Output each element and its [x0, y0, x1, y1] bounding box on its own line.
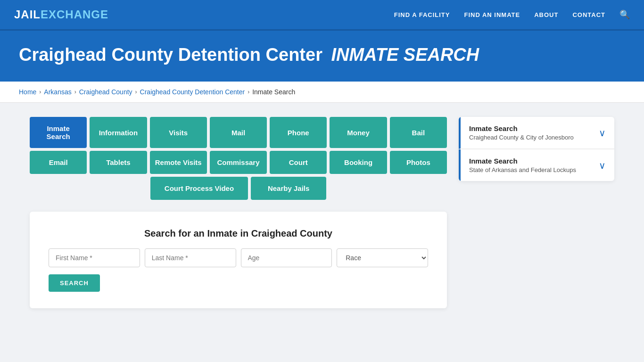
nav-link-about[interactable]: ABOUT	[534, 11, 558, 18]
last-name-input[interactable]	[145, 248, 236, 267]
breadcrumb-current: Inmate Search	[252, 88, 295, 96]
tab-tablets[interactable]: Tablets	[90, 151, 147, 174]
breadcrumb-sep: ›	[39, 89, 41, 95]
tabs-row-2: EmailTabletsRemote VisitsCommissaryCourt…	[30, 151, 447, 174]
breadcrumb: Home›Arkansas›Craighead County›Craighead…	[19, 88, 625, 96]
tab-commissary[interactable]: Commissary	[210, 151, 267, 174]
logo[interactable]: JAIL EXCHANGE	[14, 8, 108, 21]
nav-links: FIND A FACILITYFIND AN INMATEABOUTCONTAC…	[394, 9, 630, 20]
hero-title: Craighead County Detention Center	[19, 45, 322, 65]
tab-nearby-jails[interactable]: Nearby Jails	[251, 177, 326, 200]
sidebar-item-subtitle: Craighead County & City of Jonesboro	[469, 134, 574, 141]
search-form-row: RaceWhiteBlackHispanicAsianOther	[49, 248, 428, 267]
tab-photos[interactable]: Photos	[390, 151, 447, 174]
tab-visits[interactable]: Visits	[150, 117, 207, 148]
sidebar-item-title: Inmate Search	[469, 157, 576, 165]
tab-information[interactable]: Information	[90, 117, 147, 148]
search-card-title: Search for an Inmate in Craighead County	[49, 228, 428, 239]
sidebar-item-title: Inmate Search	[469, 124, 574, 132]
breadcrumb-sep: ›	[74, 89, 76, 95]
left-column: Inmate SearchInformationVisitsMailPhoneM…	[30, 117, 447, 308]
sidebar-card: Inmate SearchCraighead County & City of …	[459, 117, 614, 181]
age-input[interactable]	[241, 248, 332, 267]
breadcrumb-link[interactable]: Craighead County	[79, 88, 132, 96]
breadcrumb-sep: ›	[135, 89, 137, 95]
tab-bail[interactable]: Bail	[390, 117, 447, 148]
sidebar-item-inmate-search-craighead[interactable]: Inmate SearchCraighead County & City of …	[459, 117, 614, 149]
tab-remote-visits[interactable]: Remote Visits	[150, 151, 207, 174]
search-icon[interactable]: 🔍	[619, 9, 630, 20]
navbar: JAIL EXCHANGE FIND A FACILITYFIND AN INM…	[0, 0, 644, 31]
logo-exchange: EXCHANGE	[41, 8, 108, 21]
breadcrumb-sep: ›	[248, 89, 249, 95]
sidebar-item-subtitle: State of Arkansas and Federal Lockups	[469, 166, 576, 173]
search-button[interactable]: SEARCH	[49, 274, 100, 292]
tab-booking[interactable]: Booking	[330, 151, 387, 174]
tab-phone[interactable]: Phone	[270, 117, 327, 148]
tabs-row-3: Court Process VideoNearby Jails	[30, 177, 447, 200]
tab-court[interactable]: Court	[270, 151, 327, 174]
breadcrumb-link[interactable]: Home	[19, 88, 36, 96]
breadcrumb-link[interactable]: Craighead County Detention Center	[140, 88, 245, 96]
tab-email[interactable]: Email	[30, 151, 87, 174]
search-card: Search for an Inmate in Craighead County…	[30, 212, 447, 308]
nav-link-find-facility[interactable]: FIND A FACILITY	[394, 11, 450, 18]
hero-subtitle: INMATE SEARCH	[331, 45, 479, 65]
main-content: Inmate SearchInformationVisitsMailPhoneM…	[16, 103, 628, 322]
tab-money[interactable]: Money	[330, 117, 387, 148]
sidebar-item-text: Inmate SearchCraighead County & City of …	[469, 124, 574, 141]
breadcrumb-link[interactable]: Arkansas	[44, 88, 71, 96]
tab-inmate-search[interactable]: Inmate Search	[30, 117, 87, 148]
right-column: Inmate SearchCraighead County & City of …	[459, 117, 614, 184]
race-select[interactable]: RaceWhiteBlackHispanicAsianOther	[337, 248, 428, 267]
chevron-down-icon: ∨	[599, 127, 606, 139]
sidebar-item-inmate-search-arkansas[interactable]: Inmate SearchState of Arkansas and Feder…	[459, 149, 614, 181]
nav-link-find-inmate[interactable]: FIND AN INMATE	[464, 11, 520, 18]
tab-court-process-video[interactable]: Court Process Video	[150, 177, 248, 200]
first-name-input[interactable]	[49, 248, 140, 267]
hero-section: Craighead County Detention Center INMATE…	[0, 31, 644, 82]
tabs-row-1: Inmate SearchInformationVisitsMailPhoneM…	[30, 117, 447, 148]
sidebar-item-text: Inmate SearchState of Arkansas and Feder…	[469, 157, 576, 173]
tab-mail[interactable]: Mail	[210, 117, 267, 148]
breadcrumb-bar: Home›Arkansas›Craighead County›Craighead…	[0, 82, 644, 103]
chevron-down-icon: ∨	[599, 160, 606, 171]
nav-link-contact[interactable]: CONTACT	[572, 11, 605, 18]
logo-jail: JAIL	[14, 8, 41, 21]
tabs-container: Inmate SearchInformationVisitsMailPhoneM…	[30, 117, 447, 200]
